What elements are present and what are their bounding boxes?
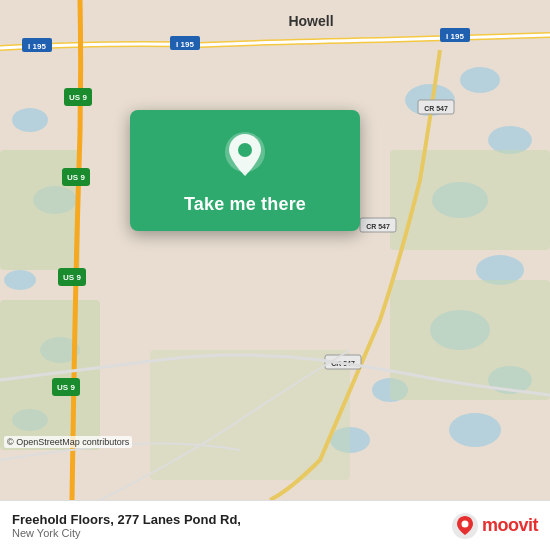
map-svg: I 195 I 195 I 195 US 9 US 9 US 9 US 9 CR… bbox=[0, 0, 550, 500]
svg-point-8 bbox=[488, 126, 532, 154]
address-line: Freehold Floors, 277 Lanes Pond Rd, bbox=[12, 512, 241, 527]
svg-point-42 bbox=[238, 143, 252, 157]
take-me-there-button[interactable]: Take me there bbox=[184, 194, 306, 215]
city-line: New York City bbox=[12, 527, 241, 539]
address-section: Freehold Floors, 277 Lanes Pond Rd, New … bbox=[12, 512, 241, 539]
location-pin-icon bbox=[219, 130, 271, 182]
svg-text:US 9: US 9 bbox=[57, 383, 75, 392]
svg-text:US 9: US 9 bbox=[67, 173, 85, 182]
svg-text:CR 547: CR 547 bbox=[366, 223, 390, 230]
svg-point-3 bbox=[4, 270, 36, 290]
svg-text:US 9: US 9 bbox=[69, 93, 87, 102]
moovit-icon bbox=[452, 513, 478, 539]
svg-point-1 bbox=[12, 108, 48, 132]
svg-point-7 bbox=[460, 67, 500, 93]
svg-text:US 9: US 9 bbox=[63, 273, 81, 282]
osm-credit: © OpenStreetMap contributors bbox=[4, 436, 132, 448]
svg-text:I 195: I 195 bbox=[28, 42, 46, 51]
svg-text:CR 547: CR 547 bbox=[424, 105, 448, 112]
moovit-text: moovit bbox=[482, 515, 538, 536]
location-card[interactable]: Take me there bbox=[130, 110, 360, 231]
svg-point-13 bbox=[449, 413, 501, 447]
svg-text:I 195: I 195 bbox=[446, 32, 464, 41]
howell-label: Howell bbox=[288, 13, 333, 29]
map-container: I 195 I 195 I 195 US 9 US 9 US 9 US 9 CR… bbox=[0, 0, 550, 500]
moovit-logo[interactable]: moovit bbox=[452, 513, 538, 539]
svg-rect-19 bbox=[390, 280, 550, 400]
svg-text:I 195: I 195 bbox=[176, 40, 194, 49]
svg-point-44 bbox=[461, 520, 468, 527]
bottom-bar: Freehold Floors, 277 Lanes Pond Rd, New … bbox=[0, 500, 550, 550]
